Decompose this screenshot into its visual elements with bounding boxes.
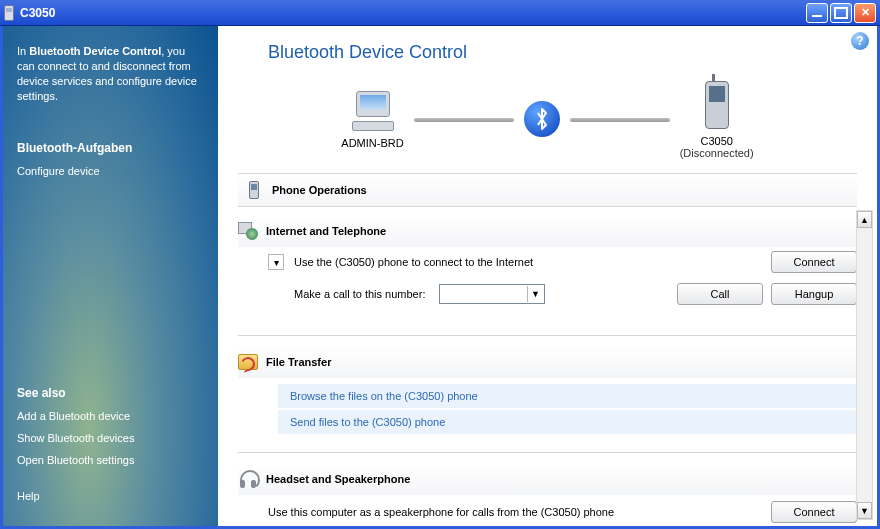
sidebar: In Bluetooth Device Control, you can con…: [3, 26, 218, 526]
make-call-label: Make a call to this number:: [294, 288, 425, 300]
phone-icon: [705, 81, 729, 129]
help-icon[interactable]: ?: [851, 32, 869, 50]
bluetooth-icon: [524, 101, 560, 137]
send-files-link[interactable]: Send files to the (C3050) phone: [278, 410, 857, 434]
app-icon: [4, 5, 14, 21]
help-link[interactable]: Help: [17, 490, 204, 502]
phone-icon: [244, 180, 264, 200]
browse-files-link[interactable]: Browse the files on the (C3050) phone: [278, 384, 857, 408]
file-section: File Transfer Browse the files on the (C…: [238, 346, 857, 453]
expand-toggle[interactable]: ▾: [268, 254, 284, 270]
maximize-button[interactable]: [830, 3, 852, 23]
scrollbar[interactable]: ▲ ▼: [856, 210, 873, 520]
device-name: C3050: [700, 135, 732, 147]
title-bar: C3050: [0, 0, 880, 26]
file-body: Browse the files on the (C3050) phone Se…: [238, 382, 857, 446]
computer-node: ADMIN-BRD: [341, 91, 403, 149]
desc-prefix: In: [17, 45, 29, 57]
connection-line: [414, 118, 514, 122]
desc-bold: Bluetooth Device Control: [29, 45, 161, 57]
tasks-heading: Bluetooth-Aufgaben: [17, 141, 204, 155]
connection-diagram: ADMIN-BRD C3050 (Disconnected): [238, 81, 857, 159]
connection-line: [570, 118, 670, 122]
divider: [238, 452, 857, 453]
show-devices-link[interactable]: Show Bluetooth devices: [17, 432, 204, 444]
internet-title: Internet and Telephone: [266, 225, 386, 237]
device-status: (Disconnected): [680, 147, 754, 159]
headset-desc: Use this computer as a speakerphone for …: [268, 506, 614, 518]
internet-icon: [238, 221, 258, 241]
connect-internet-button[interactable]: Connect: [771, 251, 857, 273]
page-title: Bluetooth Device Control: [268, 42, 857, 63]
window-controls: [806, 3, 876, 23]
divider: [238, 335, 857, 336]
headset-section: Headset and Speakerphone Use this comput…: [238, 463, 857, 526]
hangup-button[interactable]: Hangup: [771, 283, 857, 305]
computer-icon: [350, 91, 396, 131]
file-transfer-icon: [238, 352, 258, 372]
headset-header: Headset and Speakerphone: [238, 463, 857, 495]
chevron-down-icon: ▼: [527, 286, 542, 302]
sidebar-description: In Bluetooth Device Control, you can con…: [17, 44, 204, 103]
headset-title: Headset and Speakerphone: [266, 473, 410, 485]
connect-headset-button[interactable]: Connect: [771, 501, 857, 523]
device-node: C3050 (Disconnected): [680, 81, 754, 159]
internet-body: ▾ Use the (C3050) phone to connect to th…: [238, 249, 857, 329]
headset-body: Use this computer as a speakerphone for …: [238, 499, 857, 526]
scroll-down-button[interactable]: ▼: [857, 502, 872, 519]
file-title: File Transfer: [266, 356, 331, 368]
phone-operations-title: Phone Operations: [272, 184, 367, 196]
content-area: ? Bluetooth Device Control ADMIN-BRD C30…: [218, 26, 877, 526]
add-device-link[interactable]: Add a Bluetooth device: [17, 410, 204, 422]
file-header: File Transfer: [238, 346, 857, 378]
close-button[interactable]: [854, 3, 876, 23]
minimize-button[interactable]: [806, 3, 828, 23]
scroll-up-button[interactable]: ▲: [857, 211, 872, 228]
use-phone-label: Use the (C3050) phone to connect to the …: [294, 256, 533, 268]
device-label: C3050 (Disconnected): [680, 135, 754, 159]
see-also-heading: See also: [17, 386, 204, 400]
call-button[interactable]: Call: [677, 283, 763, 305]
headset-icon: [238, 469, 258, 489]
internet-header: Internet and Telephone: [238, 215, 857, 247]
window-title: C3050: [20, 6, 55, 20]
phone-number-combo[interactable]: ▼: [439, 284, 545, 304]
open-settings-link[interactable]: Open Bluetooth settings: [17, 454, 204, 466]
phone-operations-header: Phone Operations: [238, 173, 857, 207]
configure-device-link[interactable]: Configure device: [17, 165, 204, 177]
internet-section: Internet and Telephone ▾ Use the (C3050)…: [238, 215, 857, 336]
bluetooth-node: [524, 101, 560, 139]
computer-label: ADMIN-BRD: [341, 137, 403, 149]
